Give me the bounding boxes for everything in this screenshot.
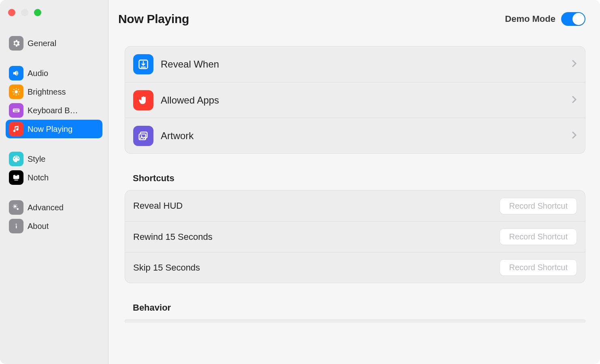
sidebar-item-label: Style xyxy=(28,154,45,164)
svg-rect-13 xyxy=(17,109,18,110)
sidebar-item-brightness[interactable]: Brightness xyxy=(6,83,102,101)
chevron-right-icon xyxy=(571,131,577,141)
svg-rect-11 xyxy=(15,109,15,110)
svg-point-19 xyxy=(14,205,17,208)
sidebar-item-notch[interactable]: Notch xyxy=(6,168,102,187)
toggle-knob xyxy=(572,13,585,25)
window-controls xyxy=(6,9,102,16)
svg-rect-9 xyxy=(13,108,20,112)
svg-rect-18 xyxy=(14,180,18,181)
section-header-shortcuts: Shortcuts xyxy=(133,173,585,184)
header: Now Playing Demo Mode xyxy=(118,0,585,46)
photos-icon xyxy=(133,126,153,146)
cogs-icon xyxy=(9,200,23,215)
behavior-group xyxy=(125,320,585,323)
demo-mode-toggle[interactable] xyxy=(561,12,585,26)
shortcuts-group: Reveal HUD Record Shortcut Rewind 15 Sec… xyxy=(125,190,585,283)
svg-rect-14 xyxy=(18,109,19,110)
row-allowed-apps[interactable]: Allowed Apps xyxy=(125,82,585,118)
header-right: Demo Mode xyxy=(505,12,585,26)
sidebar-item-label: Brightness xyxy=(28,87,66,97)
svg-line-7 xyxy=(13,94,14,95)
row-skip-15: Skip 15 Seconds Record Shortcut xyxy=(125,252,585,283)
info-icon xyxy=(9,219,23,233)
row-artwork[interactable]: Artwork xyxy=(125,118,585,153)
sidebar-item-about[interactable]: About xyxy=(6,217,102,235)
zoom-window-button[interactable] xyxy=(34,9,41,16)
svg-rect-10 xyxy=(14,109,15,110)
row-label: Rewind 15 Seconds xyxy=(133,232,492,242)
sidebar-item-audio[interactable]: Audio xyxy=(6,64,102,83)
row-reveal-hud: Reveal HUD Record Shortcut xyxy=(125,190,585,221)
main-content: Now Playing Demo Mode Reveal When xyxy=(109,0,600,364)
sidebar-item-keyboard-brightness[interactable]: Keyboard B… xyxy=(6,101,102,120)
sidebar-item-label: Keyboard B… xyxy=(28,106,78,115)
sidebar-item-label: Now Playing xyxy=(28,125,72,134)
row-label: Reveal When xyxy=(161,59,564,70)
download-box-icon xyxy=(133,54,153,74)
sidebar-item-label: General xyxy=(28,39,56,48)
display-icon xyxy=(9,170,23,185)
demo-mode-label: Demo Mode xyxy=(505,14,555,24)
sidebar-item-advanced[interactable]: Advanced xyxy=(6,198,102,217)
sidebar-group: Style Notch xyxy=(6,150,102,187)
sidebar-item-general[interactable]: General xyxy=(6,34,102,53)
palette-icon xyxy=(9,152,23,166)
sidebar-group: Audio Brightness Keyboard B… Now Playing xyxy=(6,64,102,138)
sidebar: General Audio Brightness Keyboa xyxy=(0,0,109,364)
chevron-right-icon xyxy=(571,95,577,106)
row-rewind-15: Rewind 15 Seconds Record Shortcut xyxy=(125,221,585,252)
sidebar-item-label: Notch xyxy=(28,173,49,182)
sidebar-item-label: Advanced xyxy=(28,203,64,212)
row-label: Reveal HUD xyxy=(133,201,492,211)
svg-line-6 xyxy=(18,94,19,95)
svg-point-22 xyxy=(16,224,17,225)
hand-icon xyxy=(133,90,153,110)
minimize-window-button[interactable] xyxy=(21,9,28,16)
keyboard-icon xyxy=(9,103,23,118)
page-title: Now Playing xyxy=(118,12,189,26)
svg-rect-12 xyxy=(16,109,17,110)
speaker-icon xyxy=(9,66,23,80)
preferences-window: General Audio Brightness Keyboa xyxy=(0,0,600,364)
gear-icon xyxy=(9,36,23,51)
sidebar-group: Advanced About xyxy=(6,198,102,235)
settings-group: Reveal When Allowed Apps Artwork xyxy=(125,46,585,154)
sidebar-item-now-playing[interactable]: Now Playing xyxy=(6,120,102,138)
svg-point-20 xyxy=(17,208,19,210)
svg-line-8 xyxy=(18,89,19,90)
row-label: Artwork xyxy=(161,130,564,142)
svg-line-5 xyxy=(13,89,14,90)
svg-rect-21 xyxy=(16,225,17,228)
sidebar-item-style[interactable]: Style xyxy=(6,150,102,168)
record-shortcut-button[interactable]: Record Shortcut xyxy=(500,229,577,245)
svg-point-0 xyxy=(15,90,17,93)
record-shortcut-button[interactable]: Record Shortcut xyxy=(500,259,577,276)
section-header-behavior: Behavior xyxy=(133,303,585,313)
row-reveal-when[interactable]: Reveal When xyxy=(125,47,585,82)
svg-rect-15 xyxy=(14,111,18,112)
sidebar-group: General xyxy=(6,34,102,53)
music-note-icon xyxy=(9,122,23,136)
record-shortcut-button[interactable]: Record Shortcut xyxy=(500,198,577,214)
sidebar-item-label: About xyxy=(28,222,49,231)
close-window-button[interactable] xyxy=(8,9,15,16)
row-label: Skip 15 Seconds xyxy=(133,262,492,273)
sun-icon xyxy=(9,85,23,99)
chevron-right-icon xyxy=(571,59,577,70)
sidebar-item-label: Audio xyxy=(28,69,48,78)
svg-rect-17 xyxy=(15,175,17,176)
row-label: Allowed Apps xyxy=(161,95,564,106)
